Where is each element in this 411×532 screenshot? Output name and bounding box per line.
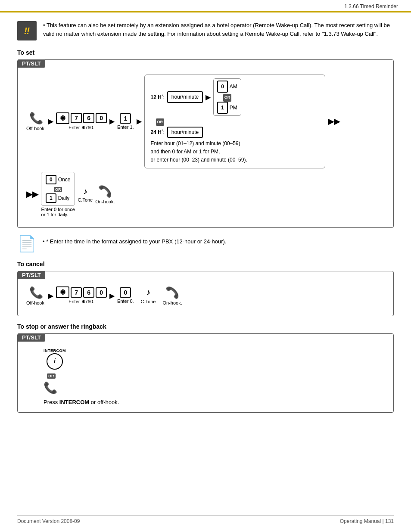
cancel-ctone-col: ♪ C.Tone <box>141 287 156 304</box>
footer-left: Document Version 2008-09 <box>17 518 80 524</box>
to-set-inner: 📞 Off-hook. ▶ ✱ 7 6 0 Enter ✱760. ▶ <box>26 75 385 217</box>
onhook-label-set: On-hook. <box>95 199 115 204</box>
hour-min-pill-24: hour/minute <box>167 127 203 138</box>
12h-row: 12 H*: hour/minute ▶ 0 AM OR <box>151 78 319 116</box>
cancel-offhook-col: 📞 Off-hook. <box>26 286 46 305</box>
key-6: 6 <box>83 113 94 123</box>
pm-label: PM <box>230 103 237 112</box>
to-cancel-inner: 📞 Off-hook. ▶ ✱ 7 6 0 Enter ✱760. ▶ <box>26 286 385 305</box>
cancel-onhook-col: 📞 On-hook. <box>162 286 182 305</box>
stop-or-badge: OR <box>47 373 56 379</box>
onhook-col-set: 📞 On-hook. <box>95 185 115 204</box>
pm-row: 1 PM <box>217 102 237 114</box>
warning-icon: ‼ <box>17 21 37 40</box>
ctone-icon-set: ♪ <box>83 187 87 196</box>
paper-icon: 📄 <box>17 235 37 253</box>
ctone-label-set: C.Tone <box>78 197 93 202</box>
to-stop-box: PT/SLT INTERCOM i OR 📞 <box>17 333 394 413</box>
double-arrow-right: ▶▶ <box>328 117 340 126</box>
page-header: 1.3.66 Timed Reminder <box>0 0 411 12</box>
arrow1: ▶ <box>48 117 53 125</box>
24h-label: 24 H*: <box>151 128 165 137</box>
cancel-key-6: 6 <box>83 287 94 298</box>
to-stop-content: INTERCOM i OR 📞 Press INTERCOM or off-ho… <box>26 348 385 405</box>
cancel-star-key: ✱ <box>56 286 69 298</box>
intercom-inner-text: i <box>54 358 56 364</box>
to-set-heading: To set <box>17 49 394 56</box>
am-pm-group: 0 AM OR 1 PM <box>213 78 241 116</box>
key-0-am: 0 <box>217 81 228 93</box>
or-row: OR <box>217 93 237 101</box>
to-set-row1: 📞 Off-hook. ▶ ✱ 7 6 0 Enter ✱760. ▶ <box>26 75 385 168</box>
to-stop-inner: INTERCOM i OR 📞 Press INTERCOM or off-ho… <box>26 348 385 405</box>
cancel-key-0-enter: 0 <box>120 287 131 298</box>
cancel-enter0-label: Enter 0. <box>117 299 134 304</box>
intercom-col: INTERCOM i <box>44 348 66 370</box>
to-cancel-box-title: PT/SLT <box>18 271 45 279</box>
intercom-button: i <box>47 353 63 370</box>
note-block: ‼ • This feature can also be set remotel… <box>17 21 394 40</box>
paper-text: • * Enter the time in the format assigne… <box>43 235 227 246</box>
intercom-label-above: INTERCOM <box>44 348 66 353</box>
key-1-pm: 1 <box>217 102 228 114</box>
key-0-once: 0 <box>46 175 56 184</box>
paper-note: 📄 • * Enter the time in the format assig… <box>17 235 394 253</box>
arrow2: ▶ <box>109 117 115 125</box>
once-daily-col: 0 Once OR 1 Daily Enter 0 for once <box>41 172 75 217</box>
24h-row: 24 H*: hour/minute <box>151 127 319 138</box>
phone-onhook-icon-set: 📞 <box>98 185 112 198</box>
to-set-box-title: PT/SLT <box>18 59 45 68</box>
footer-right: Operating Manual | 131 <box>340 518 394 524</box>
to-set-row2: ▶▶ 0 Once OR 1 Daily <box>26 172 385 217</box>
key-1-daily: 1 <box>46 193 56 203</box>
to-set-box: PT/SLT 📞 Off-hook. ▶ ✱ 7 6 0 <box>17 59 394 228</box>
am-label: AM <box>230 82 237 91</box>
cancel-ctone-icon: ♪ <box>146 287 150 297</box>
note-text: • This feature can also be set remotely … <box>43 21 394 38</box>
key-0a: 0 <box>96 113 107 123</box>
hour-min-pill-12: hour/minute <box>167 91 203 103</box>
cancel-ctone-label: C.Tone <box>141 299 156 304</box>
daily-row: 1 Daily <box>46 193 70 203</box>
off-hook-col: 📞 Off-hook. <box>26 112 46 131</box>
arrow-12h: ▶ <box>206 91 211 103</box>
cancel-key-0: 0 <box>96 287 107 298</box>
stop-phone-icon: 📞 <box>44 381 57 395</box>
to-stop-heading: To stop or answer the ringback <box>17 323 394 330</box>
stop-phone-col: 📞 <box>44 381 57 395</box>
cancel-key-7: 7 <box>71 287 82 298</box>
cancel-star760-col: ✱ 7 6 0 Enter ✱760. <box>56 286 107 305</box>
cancel-phone-onhook: 📞 <box>165 286 179 299</box>
phone-offhook-icon: 📞 <box>29 112 43 125</box>
to-cancel-heading: To cancel <box>17 261 394 268</box>
stop-or-row: OR <box>44 372 56 379</box>
cancel-enter0-col: 0 Enter 0. <box>117 287 134 304</box>
star760-col: ✱ 7 6 0 Enter ✱760. <box>56 112 107 131</box>
once-daily-group: 0 Once OR 1 Daily <box>41 172 75 206</box>
enter1-col: 1 Enter 1. <box>117 113 134 130</box>
enter-760-label: Enter ✱760. <box>68 125 94 131</box>
key-7: 7 <box>71 113 82 123</box>
key-1: 1 <box>120 113 131 124</box>
once-row: 0 Once <box>46 175 70 184</box>
arrow3: ▶ <box>137 117 142 125</box>
off-hook-label: Off-hook. <box>26 126 46 131</box>
to-cancel-box: PT/SLT 📞 Off-hook. ▶ ✱ 7 6 0 Ent <box>17 271 394 316</box>
ctone-col-set: ♪ C.Tone <box>78 187 93 202</box>
time-format-block: 12 H*: hour/minute ▶ 0 AM OR <box>144 75 325 168</box>
once-label: Once <box>58 177 71 183</box>
or-between-rows: OR <box>151 117 319 126</box>
cancel-arrow1: ▶ <box>48 292 53 300</box>
or-badge-1: OR <box>223 94 232 101</box>
or-badge-main: OR <box>156 118 165 126</box>
stop-press-label: Press INTERCOM or off-hook. <box>44 399 119 405</box>
or-badge-once-daily: OR <box>54 187 62 192</box>
daily-label: Daily <box>58 195 70 201</box>
cancel-enter-760-label: Enter ✱760. <box>68 299 94 305</box>
enter-0-once-label: Enter 0 for once or 1 for daily. <box>41 207 75 217</box>
page-footer: Document Version 2008-09 Operating Manua… <box>17 515 394 524</box>
cancel-offhook-label: Off-hook. <box>26 300 46 305</box>
star-key: ✱ <box>56 112 69 124</box>
double-arrow-left: ▶▶ <box>26 190 38 199</box>
cancel-arrow2: ▶ <box>109 292 115 300</box>
